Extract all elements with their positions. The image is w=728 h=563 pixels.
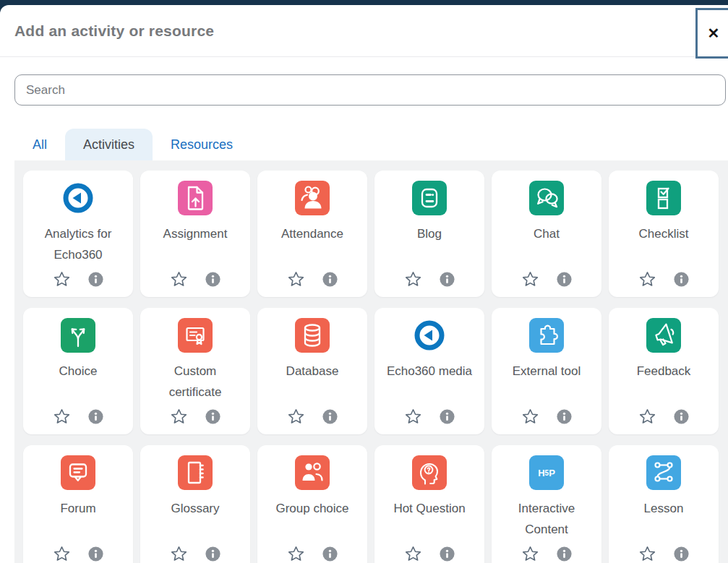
- card-actions: [170, 545, 221, 563]
- activity-card-assignment[interactable]: Assignment: [140, 171, 250, 297]
- tab-activities[interactable]: Activities: [65, 129, 153, 160]
- activity-label: Blog: [417, 223, 442, 244]
- info-icon[interactable]: [205, 408, 221, 425]
- activity-label: Analytics for Echo360: [29, 223, 127, 265]
- activity-card-choice[interactable]: Choice: [23, 308, 133, 434]
- activity-label: Attendance: [281, 223, 343, 244]
- hot-question-icon: [412, 455, 447, 490]
- star-icon[interactable]: [170, 408, 188, 426]
- info-icon[interactable]: [322, 408, 338, 425]
- close-button[interactable]: ✕: [695, 8, 728, 59]
- megaphone-icon: [646, 318, 681, 353]
- star-icon[interactable]: [521, 545, 539, 563]
- info-icon[interactable]: [87, 408, 104, 425]
- info-icon[interactable]: [556, 271, 573, 288]
- star-icon[interactable]: [53, 545, 71, 563]
- blog-icon: [412, 181, 447, 215]
- assignment-icon: [178, 181, 213, 215]
- activity-card-glossary[interactable]: Glossary: [140, 445, 250, 563]
- star-icon[interactable]: [638, 270, 656, 288]
- activity-card-blog[interactable]: Blog: [374, 171, 484, 297]
- h5p-icon: H5P: [529, 455, 564, 490]
- activity-card-custom-certificate[interactable]: Custom certificate: [140, 308, 250, 434]
- star-icon[interactable]: [287, 408, 305, 426]
- info-icon[interactable]: [673, 546, 690, 562]
- info-icon[interactable]: [205, 271, 221, 288]
- card-actions: [53, 545, 104, 563]
- activity-card-group-choice[interactable]: Group choice: [257, 445, 367, 563]
- tab-bar: AllActivitiesResources: [14, 129, 728, 160]
- activity-label: Custom certificate: [146, 361, 244, 403]
- star-icon[interactable]: [287, 545, 305, 563]
- info-icon[interactable]: [87, 546, 104, 562]
- star-icon[interactable]: [404, 545, 422, 563]
- card-actions: [170, 270, 221, 288]
- star-icon[interactable]: [404, 408, 422, 426]
- glossary-book-icon: [178, 455, 213, 490]
- info-icon[interactable]: [205, 546, 221, 562]
- star-icon[interactable]: [170, 545, 188, 563]
- star-icon[interactable]: [170, 270, 188, 288]
- card-actions: [638, 270, 690, 288]
- puzzle-icon: [529, 318, 564, 353]
- star-icon[interactable]: [638, 545, 656, 563]
- activity-chooser-content: Analytics for Echo360AssignmentAttendanc…: [14, 160, 728, 563]
- card-actions: [638, 408, 690, 426]
- activity-card-chat[interactable]: Chat: [492, 171, 601, 297]
- activity-card-echo360-media[interactable]: Echo360 media: [374, 308, 484, 434]
- activity-card-database[interactable]: Database: [257, 308, 367, 434]
- info-icon[interactable]: [322, 271, 338, 288]
- star-icon[interactable]: [638, 408, 656, 426]
- star-icon[interactable]: [53, 408, 71, 426]
- activity-card-lesson[interactable]: Lesson: [609, 445, 719, 563]
- card-actions: [53, 408, 104, 426]
- branch-arrows-icon: [61, 318, 95, 353]
- info-icon[interactable]: [322, 546, 338, 562]
- activity-card-external-tool[interactable]: External tool: [492, 308, 601, 434]
- info-icon[interactable]: [439, 546, 455, 562]
- certificate-icon: [178, 318, 213, 353]
- info-icon[interactable]: [673, 408, 690, 425]
- card-actions: [287, 408, 338, 426]
- info-icon[interactable]: [673, 271, 690, 288]
- activity-label: Database: [286, 361, 339, 382]
- dialog-header: Add an activity or resource: [0, 5, 728, 57]
- group-people-icon: [295, 455, 330, 490]
- activity-label: Group choice: [275, 498, 348, 519]
- attendance-icon: [295, 181, 330, 215]
- info-icon[interactable]: [556, 546, 573, 562]
- activity-card-hot-question[interactable]: Hot Question: [374, 445, 484, 563]
- dialog-body: AllActivitiesResources: [0, 57, 728, 160]
- activity-card-checklist[interactable]: Checklist: [609, 171, 719, 297]
- forum-bubble-icon: [61, 455, 95, 490]
- add-activity-dialog: Add an activity or resource ✕ AllActivit…: [0, 5, 728, 563]
- star-icon[interactable]: [521, 408, 539, 426]
- activity-label: Chat: [534, 223, 560, 244]
- info-icon[interactable]: [556, 408, 573, 425]
- activity-label: Forum: [60, 498, 95, 519]
- star-icon[interactable]: [404, 270, 422, 288]
- activity-card-interactive-content[interactable]: H5PInteractive Content: [492, 445, 601, 563]
- chat-bubbles-icon: [529, 181, 564, 215]
- info-icon[interactable]: [439, 408, 455, 425]
- card-actions: [404, 545, 455, 563]
- star-icon[interactable]: [521, 270, 539, 288]
- activity-label: External tool: [513, 361, 581, 382]
- info-icon[interactable]: [439, 271, 455, 288]
- svg-text:H5P: H5P: [538, 468, 555, 478]
- tab-all[interactable]: All: [14, 129, 65, 160]
- activity-card-analytics-for-echo360[interactable]: Analytics for Echo360: [23, 171, 133, 297]
- card-actions: [638, 545, 690, 563]
- activity-card-forum[interactable]: Forum: [23, 445, 133, 563]
- tab-resources[interactable]: Resources: [153, 129, 251, 160]
- search-input[interactable]: [14, 74, 726, 106]
- star-icon[interactable]: [53, 270, 71, 288]
- info-icon[interactable]: [87, 271, 104, 288]
- activity-label: Lesson: [644, 498, 684, 519]
- activity-card-feedback[interactable]: Feedback: [609, 308, 719, 434]
- echo360-icon: [61, 181, 95, 215]
- activity-label: Feedback: [637, 361, 691, 382]
- activity-card-attendance[interactable]: Attendance: [257, 171, 367, 297]
- star-icon[interactable]: [287, 270, 305, 288]
- checklist-icon: [646, 181, 681, 215]
